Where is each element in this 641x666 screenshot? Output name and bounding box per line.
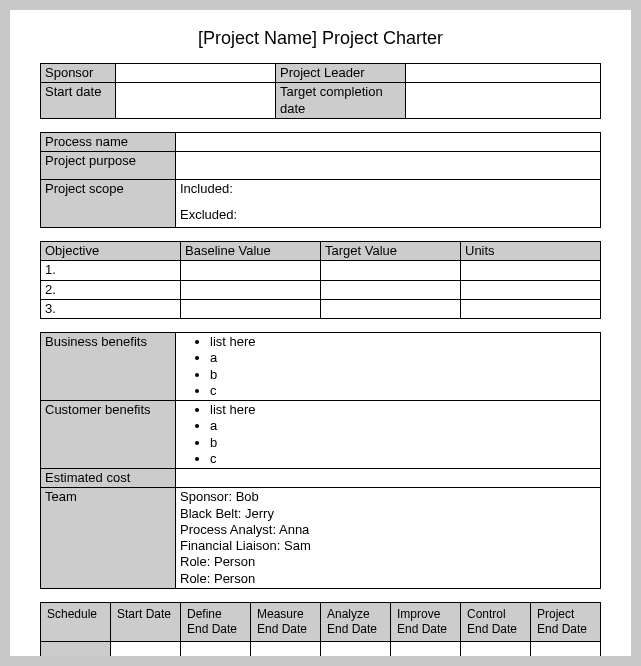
project-purpose-label: Project purpose <box>41 152 176 180</box>
target-completion-label: Target completion date <box>276 83 406 119</box>
process-table: Process name Project purpose Project sco… <box>40 132 601 228</box>
team-label: Team <box>41 488 176 589</box>
team-line: Sponsor: Bob <box>180 489 596 505</box>
team-line: Financial Liaison: Sam <box>180 538 596 554</box>
schedule-header: Analyze End Date <box>321 602 391 641</box>
process-name-label: Process name <box>41 132 176 151</box>
list-item: a <box>210 350 596 366</box>
page-title: [Project Name] Project Charter <box>40 28 601 49</box>
schedule-header: Improve End Date <box>391 602 461 641</box>
list-item: list here <box>210 334 596 350</box>
obj-num: 2. <box>41 280 181 299</box>
units-header: Units <box>461 242 601 261</box>
team-line: Role: Person <box>180 554 596 570</box>
objective-header: Objective <box>41 242 181 261</box>
team-line: Role: Person <box>180 571 596 587</box>
schedule-header: Measure End Date <box>251 602 321 641</box>
schedule-header: Define End Date <box>181 602 251 641</box>
table-row: 2. <box>41 280 601 299</box>
schedule-table: Schedule Start Date Define End Date Meas… <box>40 602 601 656</box>
benefits-table: Business benefits list here a b c Custom… <box>40 332 601 589</box>
info-table: Sponsor Project Leader Start date Target… <box>40 63 601 119</box>
list-item: c <box>210 383 596 399</box>
table-row <box>41 641 601 656</box>
project-scope-cell: Included: Excluded: <box>176 180 601 228</box>
scope-excluded-label: Excluded: <box>180 207 596 223</box>
scope-included-label: Included: <box>180 181 596 197</box>
business-benefits-label: Business benefits <box>41 333 176 401</box>
schedule-header: Schedule <box>41 602 111 641</box>
baseline-header: Baseline Value <box>181 242 321 261</box>
project-leader-label: Project Leader <box>276 64 406 83</box>
team-line: Process Analyst: Anna <box>180 522 596 538</box>
list-item: b <box>210 367 596 383</box>
process-name-cell <box>176 132 601 151</box>
estimated-cost-cell <box>176 469 601 488</box>
team-line: Black Belt: Jerry <box>180 506 596 522</box>
obj-num: 3. <box>41 299 181 318</box>
list-item: list here <box>210 402 596 418</box>
schedule-header: Control End Date <box>461 602 531 641</box>
schedule-row-label <box>41 641 111 656</box>
list-item: b <box>210 435 596 451</box>
schedule-header: Project End Date <box>531 602 601 641</box>
business-benefits-cell: list here a b c <box>176 333 601 401</box>
customer-benefits-cell: list here a b c <box>176 401 601 469</box>
schedule-header: Start Date <box>111 602 181 641</box>
estimated-cost-label: Estimated cost <box>41 469 176 488</box>
objectives-table: Objective Baseline Value Target Value Un… <box>40 241 601 319</box>
obj-num: 1. <box>41 261 181 280</box>
team-cell: Sponsor: Bob Black Belt: Jerry Process A… <box>176 488 601 589</box>
customer-benefits-label: Customer benefits <box>41 401 176 469</box>
list-item: c <box>210 451 596 467</box>
target-completion-cell <box>406 83 601 119</box>
sponsor-cell <box>116 64 276 83</box>
start-date-label: Start date <box>41 83 116 119</box>
project-scope-label: Project scope <box>41 180 176 228</box>
sponsor-label: Sponsor <box>41 64 116 83</box>
start-date-cell <box>116 83 276 119</box>
project-purpose-cell <box>176 152 601 180</box>
target-header: Target Value <box>321 242 461 261</box>
project-leader-cell <box>406 64 601 83</box>
list-item: a <box>210 418 596 434</box>
table-row: 1. <box>41 261 601 280</box>
table-row: 3. <box>41 299 601 318</box>
